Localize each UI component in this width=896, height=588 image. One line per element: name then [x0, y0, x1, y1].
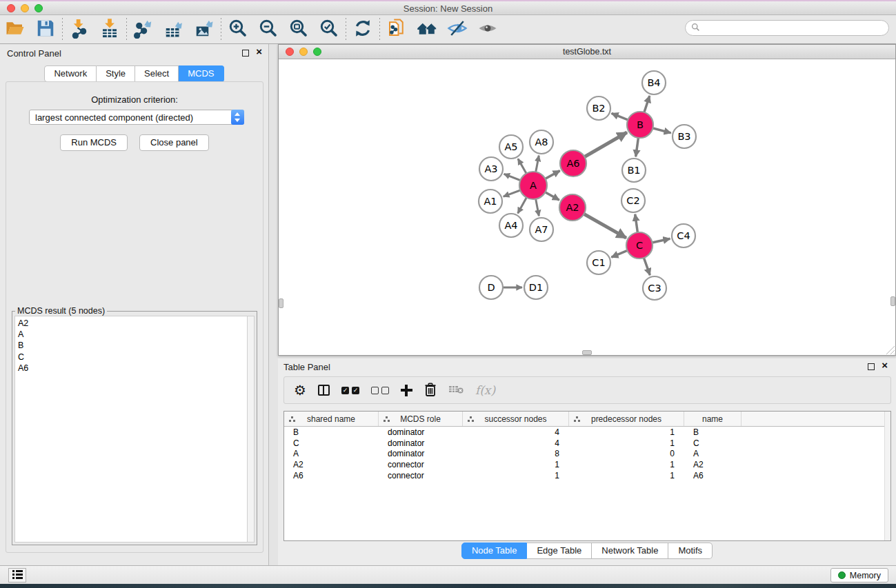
save-session-button[interactable]: [30, 17, 61, 43]
column-header-successor-nodes[interactable]: successor nodes: [463, 412, 569, 426]
control-panel: Control Panel × NetworkStyleSelectMCDS O…: [0, 44, 269, 565]
svg-text:A: A: [530, 180, 537, 191]
open-file-button[interactable]: [0, 17, 30, 43]
graph-node-A1[interactable]: A1: [479, 190, 502, 213]
network-canvas[interactable]: B4B2BB3A8A5A6B1A3AA1C2A2A4A7C4CC1C3DD1: [279, 59, 895, 355]
graph-node-D[interactable]: D: [479, 276, 503, 299]
graph-node-B3[interactable]: B3: [673, 125, 696, 148]
table-row[interactable]: Bdominator41B: [284, 427, 890, 438]
hide-graphics-details-button[interactable]: [442, 17, 472, 43]
tab-node-table[interactable]: Node Table: [461, 543, 528, 559]
delete-table-button[interactable]: [448, 385, 464, 396]
graph-node-A5[interactable]: A5: [499, 135, 523, 159]
network-window-titlebar[interactable]: testGlobe.txt: [279, 45, 895, 59]
tab-network-table[interactable]: Network Table: [592, 543, 668, 559]
optimization-criterion-select[interactable]: largest connected component (directed): [29, 110, 244, 125]
tab-motifs[interactable]: Motifs: [668, 543, 713, 559]
import-network-button[interactable]: [64, 17, 94, 43]
table-scrollbar[interactable]: [884, 412, 890, 540]
window-titlebar[interactable]: Session: New Session: [0, 0, 896, 15]
export-network-button[interactable]: [128, 17, 159, 43]
zoom-in-button[interactable]: [223, 17, 253, 43]
tab-mcds[interactable]: MCDS: [179, 65, 223, 82]
mcds-result-item[interactable]: B: [18, 340, 247, 351]
mcds-result-item[interactable]: A: [18, 329, 247, 340]
table-cell: A2: [684, 460, 741, 469]
graph-node-C[interactable]: C: [626, 232, 653, 258]
tab-style[interactable]: Style: [97, 65, 135, 82]
network-vscroll-thumb-left[interactable]: [279, 298, 283, 308]
table-row[interactable]: A6connector11A6: [284, 470, 890, 481]
search-field[interactable]: [685, 20, 889, 36]
task-history-button[interactable]: [8, 568, 26, 582]
graph-node-D1[interactable]: D1: [524, 276, 548, 299]
float-panel-icon[interactable]: [868, 363, 875, 370]
graph-node-A6[interactable]: A6: [560, 150, 586, 176]
toolbar-separator: [379, 18, 380, 41]
unchecked-boxes-icon: [371, 387, 389, 394]
create-column-button[interactable]: [401, 385, 412, 396]
graph-node-A8[interactable]: A8: [530, 130, 553, 154]
network-view-window: testGlobe.txt B4B2BB3A8A5A6B1A3AA1C2A2A4…: [278, 44, 896, 356]
graph-node-A7[interactable]: A7: [530, 218, 553, 241]
graph-node-C1[interactable]: C1: [587, 251, 610, 274]
tab-edge-table[interactable]: Edge Table: [527, 543, 592, 559]
close-panel-icon[interactable]: ×: [256, 45, 262, 57]
table-row[interactable]: Cdominator41C: [284, 438, 890, 449]
graph-node-C2[interactable]: C2: [621, 189, 645, 212]
graph-node-B[interactable]: B: [627, 112, 653, 138]
zoom-selected-button[interactable]: [314, 17, 344, 43]
graph-node-A3[interactable]: A3: [479, 157, 503, 181]
zoom-fit-button[interactable]: [283, 17, 314, 43]
session-title: Session: New Session: [0, 3, 896, 14]
mcds-result-item[interactable]: C: [18, 352, 247, 363]
table-row[interactable]: A2connector11A2: [284, 459, 890, 470]
svg-text:B4: B4: [647, 77, 660, 88]
graph-node-A4[interactable]: A4: [499, 214, 523, 237]
export-table-button[interactable]: [159, 17, 189, 43]
float-panel-icon[interactable]: [242, 50, 249, 57]
mcds-result-item[interactable]: A6: [18, 363, 247, 374]
mcds-list-scrollbar[interactable]: [247, 316, 255, 543]
function-builder-button[interactable]: f(x): [475, 383, 495, 397]
column-header-name[interactable]: name: [684, 412, 741, 426]
refresh-button[interactable]: [348, 17, 378, 43]
graph-node-B4[interactable]: B4: [642, 71, 666, 94]
column-header-shared-name[interactable]: shared name: [284, 412, 379, 426]
toolbar-separator: [126, 18, 127, 41]
tab-select[interactable]: Select: [135, 65, 179, 82]
graph-node-C3[interactable]: C3: [643, 276, 666, 300]
graph-node-B2[interactable]: B2: [587, 97, 610, 120]
zoom-out-button[interactable]: [253, 17, 283, 43]
table-row[interactable]: Adominator80A: [284, 449, 890, 460]
show-graphics-details-button[interactable]: [472, 17, 503, 43]
table-settings-button[interactable]: ⚙: [294, 383, 306, 397]
import-table-button[interactable]: [94, 17, 125, 43]
graph-node-A[interactable]: A: [519, 172, 547, 199]
mcds-result-list[interactable]: A2ABCA6: [14, 316, 247, 543]
home-layout-button[interactable]: [412, 17, 442, 43]
column-header-mcds-role[interactable]: MCDS role: [379, 412, 463, 426]
delete-column-button[interactable]: [424, 383, 437, 398]
close-panel-icon[interactable]: ×: [882, 359, 888, 371]
unselect-all-columns-button[interactable]: [371, 387, 389, 394]
graph-node-A2[interactable]: A2: [559, 194, 586, 221]
network-hscroll-thumb[interactable]: [582, 350, 592, 355]
mcds-result-item[interactable]: A2: [18, 318, 247, 329]
clone-network-button[interactable]: [381, 17, 412, 43]
show-columns-button[interactable]: [318, 385, 330, 396]
graph-node-C4[interactable]: C4: [672, 224, 695, 247]
svg-text:B1: B1: [627, 165, 640, 176]
network-vscroll-thumb-right[interactable]: [890, 296, 895, 306]
run-mcds-button[interactable]: Run MCDS: [60, 134, 128, 151]
graph-node-B1[interactable]: B1: [622, 159, 646, 182]
export-image-button[interactable]: [189, 17, 219, 43]
table-cell: A6: [284, 471, 379, 480]
close-panel-button[interactable]: Close panel: [139, 134, 209, 151]
shared-column-icon: [574, 416, 580, 422]
search-input[interactable]: [700, 23, 888, 33]
column-header-predecessor-nodes[interactable]: predecessor nodes: [569, 412, 684, 426]
select-all-columns-button[interactable]: ✓✓: [341, 387, 359, 394]
memory-status-button[interactable]: Memory: [830, 568, 888, 582]
tab-network[interactable]: Network: [44, 65, 97, 82]
